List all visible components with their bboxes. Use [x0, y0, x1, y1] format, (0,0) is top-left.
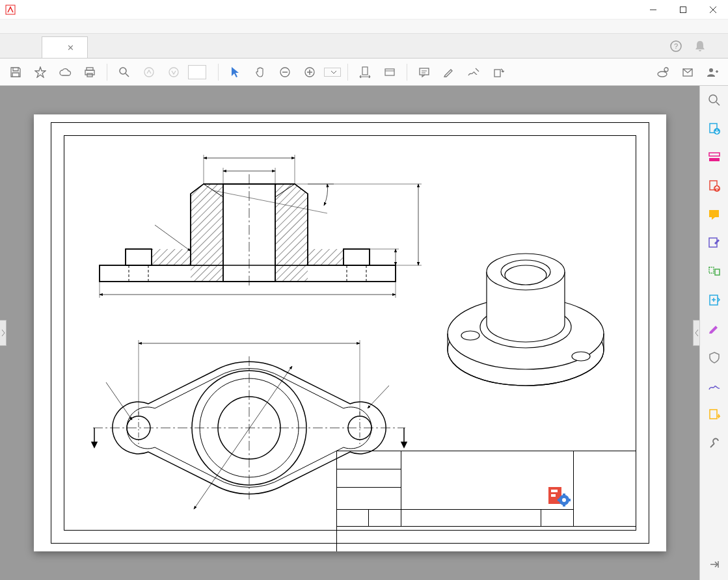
more-tools-icon[interactable] — [707, 436, 722, 451]
separator — [107, 64, 107, 81]
organize-icon[interactable] — [707, 264, 722, 280]
svg-line-82 — [368, 386, 389, 408]
svg-point-10 — [120, 68, 126, 74]
svg-point-91 — [505, 265, 546, 285]
svg-rect-20 — [385, 69, 394, 75]
svg-rect-19 — [362, 67, 368, 75]
menubar — [0, 20, 728, 34]
share-icon[interactable] — [653, 62, 673, 83]
protect-icon[interactable] — [707, 350, 722, 365]
window-titlebar — [0, 0, 728, 20]
tabbar: ✕ ? — [0, 34, 728, 59]
svg-rect-106 — [709, 158, 720, 161]
svg-line-50 — [155, 225, 191, 251]
export-pdf-icon[interactable] — [707, 121, 722, 137]
tab-home[interactable] — [0, 34, 21, 58]
tab-document[interactable]: ✕ — [42, 36, 88, 58]
title-block — [336, 451, 636, 551]
svg-rect-111 — [709, 267, 714, 273]
find-icon[interactable] — [114, 62, 135, 83]
cloud-icon[interactable] — [55, 62, 75, 83]
redact-icon[interactable] — [707, 321, 722, 337]
svg-point-27 — [658, 72, 667, 77]
svg-line-11 — [126, 73, 129, 77]
svg-rect-94 — [551, 494, 556, 497]
maximize-button[interactable] — [668, 0, 698, 20]
edit-pdf-icon[interactable] — [707, 150, 722, 165]
minimize-button[interactable] — [638, 0, 668, 20]
tools-panel — [699, 86, 728, 580]
svg-rect-99 — [558, 499, 561, 501]
comment-icon[interactable] — [414, 62, 435, 83]
hand-icon[interactable] — [250, 62, 271, 83]
svg-rect-100 — [567, 499, 571, 501]
sign-icon[interactable] — [463, 62, 484, 83]
svg-rect-40 — [126, 249, 152, 265]
zoom-in-icon[interactable] — [299, 62, 320, 83]
selection-icon[interactable] — [225, 62, 246, 83]
tab-tools[interactable] — [21, 34, 42, 58]
tab-close-icon[interactable]: ✕ — [67, 43, 74, 53]
svg-rect-41 — [344, 249, 370, 265]
svg-point-86 — [461, 331, 479, 340]
svg-line-102 — [716, 102, 720, 105]
svg-rect-8 — [85, 70, 94, 75]
pdf-page — [34, 114, 666, 551]
create-pdf-icon[interactable] — [707, 178, 722, 194]
separator — [218, 64, 219, 81]
svg-rect-105 — [709, 153, 720, 156]
prev-page-icon[interactable] — [139, 62, 159, 83]
convert-icon[interactable] — [707, 407, 722, 423]
svg-point-12 — [144, 68, 154, 77]
fit-page-icon[interactable] — [379, 62, 400, 83]
left-panel-handle[interactable] — [0, 320, 7, 346]
bell-icon[interactable] — [694, 40, 706, 53]
svg-rect-112 — [715, 269, 720, 275]
svg-point-31 — [709, 68, 713, 72]
separator — [347, 64, 348, 81]
svg-text:?: ? — [674, 42, 678, 50]
signature-icon[interactable] — [707, 378, 722, 394]
svg-point-13 — [169, 68, 178, 77]
highlight-icon[interactable] — [438, 62, 459, 83]
svg-line-25 — [476, 68, 479, 72]
help-icon[interactable]: ? — [669, 40, 682, 53]
zoom-out-icon[interactable] — [275, 62, 295, 83]
fit-width-icon[interactable] — [355, 62, 375, 83]
separator — [407, 64, 407, 81]
svg-point-101 — [709, 95, 717, 103]
zoom-selector[interactable] — [324, 68, 341, 77]
email-icon[interactable] — [677, 62, 698, 83]
svg-rect-22 — [420, 68, 429, 75]
star-icon[interactable] — [30, 62, 51, 83]
close-button[interactable] — [698, 0, 728, 20]
svg-point-96 — [562, 498, 566, 502]
window-controls — [638, 0, 728, 20]
next-page-icon[interactable] — [163, 62, 184, 83]
svg-rect-26 — [494, 70, 500, 77]
acrobat-icon — [5, 5, 16, 15]
rotate-icon[interactable] — [488, 62, 509, 83]
search-tool-icon[interactable] — [707, 92, 722, 108]
page-input[interactable] — [188, 65, 206, 79]
tb-note — [337, 527, 636, 529]
freecad-logo-icon — [548, 487, 571, 507]
svg-point-28 — [664, 68, 668, 72]
comment-tool-icon[interactable] — [707, 207, 722, 222]
svg-rect-98 — [563, 503, 565, 507]
add-user-icon[interactable] — [702, 62, 723, 83]
compress-icon[interactable] — [707, 293, 722, 308]
chevron-down-icon — [331, 70, 336, 75]
svg-rect-2 — [681, 7, 686, 12]
right-panel-handle[interactable] — [693, 320, 699, 346]
collapse-panel-icon[interactable] — [707, 557, 722, 572]
document-area[interactable] — [0, 86, 699, 580]
svg-rect-93 — [551, 490, 558, 492]
toolbar — [0, 59, 728, 86]
content-area — [0, 86, 728, 580]
save-icon[interactable] — [5, 62, 26, 83]
print-icon[interactable] — [79, 62, 100, 83]
svg-point-87 — [572, 352, 590, 361]
svg-rect-114 — [710, 410, 717, 419]
fill-sign-icon[interactable] — [707, 235, 722, 251]
